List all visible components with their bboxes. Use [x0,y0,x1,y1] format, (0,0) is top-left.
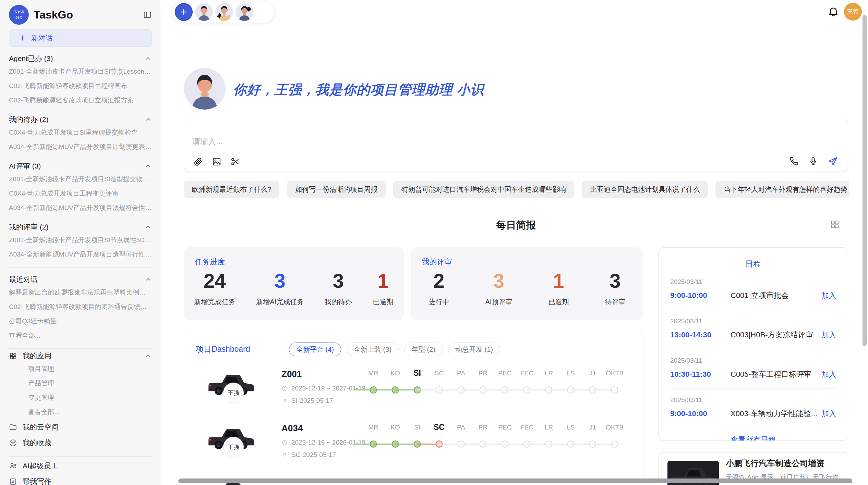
sidebar-item[interactable]: Z001-全新燃油皮卡产品开发项目SI节点Lesson Learn报告 [9,64,152,79]
mic-icon [808,156,818,166]
avatar-illustration [184,68,226,110]
sidebar-section-header[interactable]: 我的待办 (2) [9,114,152,125]
schedule-date: 2025/03/11 [670,357,836,364]
briefing-layout-button[interactable] [830,219,840,229]
app-item[interactable]: 产品管理 [9,376,152,390]
sidebar-item[interactable]: C0X4-动力总成开发项目工程变更评审 [9,186,152,201]
recent-conversation-item[interactable]: 解释最新出台的欧盟报废车法规再生塑料比例被调至15%... [9,285,152,300]
microphone-button[interactable] [808,156,818,166]
sidebar-section-header[interactable]: AI评审 (3) [9,160,152,172]
user-avatar[interactable]: 王强 [844,3,862,21]
logo-line1: Task [14,9,24,15]
milestone-LR: LR [538,369,560,398]
stat-value: 3 [333,270,344,292]
notifications-button[interactable] [828,5,839,17]
stat-label: 待评审 [605,297,625,307]
sidebar-item-help-write[interactable]: 帮我写作 [9,474,152,485]
milestone-label: SI [406,424,428,431]
sidebar-item[interactable]: C02-飞腾新能源轻客改款项目里程碑画布 [9,79,152,93]
join-meeting-link[interactable]: 加入 [822,330,836,340]
sidebar-item[interactable]: Z001-全新燃油轻卡产品开发项目SI造型提交物评审 [9,172,152,186]
vertical-scrollbar[interactable] [863,15,867,346]
view-all-schedule-link[interactable]: 查看所有日程 [659,428,848,441]
stat-进行中: 2进行中 [429,270,449,307]
sidebar-item-ai-staff[interactable]: AI超级员工 [9,458,152,474]
project-milestone-flag: SI-2025-05-17 [281,397,333,405]
sidebar-divider [9,348,152,349]
sidebar-item[interactable]: A034-全新新能源MUV产品开发项目法规符合性评审 [9,201,152,215]
milestone-label: LR [538,370,560,377]
stat-value: 3 [610,270,620,292]
new-chat-button[interactable]: 新对话 [9,29,152,47]
favorites-icon [9,439,17,447]
milestone-label: MR [362,424,384,431]
suggestion-chip-2[interactable]: 特朗普可能对进口汽车增税会对中国车企造成哪些影响 [393,181,574,198]
plus-icon [179,8,188,16]
voice-call-button[interactable] [789,156,799,166]
milestone-label: J1 [582,424,604,431]
stat-value: 2 [433,270,444,292]
suggestion-chip-0[interactable]: 欧洲新规最近颁布了什么? [184,181,279,198]
agent-avatar[interactable] [236,3,253,21]
schedule-time: 10:30-11:30 [670,370,731,379]
flag-text: SC-2025-05-17 [291,451,336,459]
milestone-SI: SI [406,369,428,398]
composer-input[interactable] [192,137,604,146]
sidebar-item[interactable]: A034-全新新能源MUV产品开发项目造型可行性评审 [9,247,152,262]
writing-icon [9,477,17,485]
milestone-MR: MR [362,423,384,452]
sidebar-collapse-button[interactable] [143,10,152,19]
attach-file-button[interactable] [193,157,203,167]
project-name: A034 [281,423,303,434]
agent-avatar[interactable] [195,3,213,21]
send-button[interactable] [827,156,838,167]
ai-staff-icon [9,462,17,470]
milestone-LR: LR [538,423,560,452]
milestone-label: KO [384,370,406,377]
recent-view-all-link[interactable]: 查看全部... [9,328,152,343]
sidebar-section-header[interactable]: 我的评审 (2) [9,221,152,233]
milestone-label: MR [362,370,384,377]
join-meeting-link[interactable]: 加入 [822,409,836,419]
schedule-date: 2025/03/11 [670,278,836,286]
recent-section-header[interactable]: 最近对话 [9,274,152,285]
dashboard-tab-0[interactable]: 全新平台 (4) [289,343,341,356]
dashboard-tab-2[interactable]: 年型 (2) [404,343,443,356]
sidebar-item-label: AI超级员工 [23,461,58,471]
suggestion-chip-4[interactable]: 当下年轻人对汽车外观有怎样的喜好趋势 [715,181,849,198]
milestone-FEC: FEC [516,369,538,398]
schedule-event-title: C001-立项审批会 [731,290,818,301]
suggestion-chip-1[interactable]: 如何写一份清晰的项目周报 [287,181,386,198]
join-meeting-link[interactable]: 加入 [822,291,836,300]
sidebar-item[interactable]: C02-飞腾新能源轻客改款项目立项汇报方案 [9,93,152,108]
suggestion-chip-3[interactable]: 比亚迪全固态电池计划具体说了什么 [582,181,708,198]
my-apps-header[interactable]: 我的应用 [9,350,152,362]
recent-conversation-item[interactable]: 公司Q3轻卡销量 [9,314,152,328]
sidebar-item[interactable]: C0X4-动力总成开发项目SI里程碑提交物检查 [9,125,152,140]
stat-value: 24 [204,270,226,292]
milestone-label: OKTB [604,424,626,431]
chevron-up-icon [144,55,152,62]
app-item[interactable]: 变更管理 [9,390,152,405]
dashboard-tab-1[interactable]: 全新上装 (3) [347,343,399,356]
composer [184,117,848,172]
add-session-button[interactable] [175,3,193,21]
horizontal-scrollbar[interactable] [178,478,852,483]
app-item[interactable]: 项目管理 [9,362,152,376]
screenshot-button[interactable] [230,157,240,167]
attach-image-button[interactable] [212,157,222,167]
agent-avatar[interactable] [215,3,233,21]
sidebar-section-header[interactable]: Agent已办 (3) [9,53,152,64]
schedule-event-title: C005-整车工程目标评审 [731,369,818,380]
recent-conversation-item[interactable]: C02-飞腾新能源轻客改款项目的闭环通告反馈情况 [9,300,152,314]
dashboard-tab-3[interactable]: 动总开发 (1) [448,343,500,356]
milestone-label: PA [450,424,472,431]
join-meeting-link[interactable]: 加入 [822,370,836,379]
sidebar-item[interactable]: Z001-全新燃油轻卡产品开发项目SI节点属性5D文件评审 [9,233,152,247]
apps-view-all-link[interactable]: 查看全部... [9,405,152,419]
sidebar-item-favorites[interactable]: 我的收藏 [9,435,152,451]
app-title: TaskGo [34,9,143,21]
avatar-illustration [215,3,233,21]
sidebar-item-cloud-space[interactable]: 我的云空间 [9,419,152,435]
sidebar-item[interactable]: A034-全新新能源MUV产品开发项目计划变更表编写 [9,140,152,154]
